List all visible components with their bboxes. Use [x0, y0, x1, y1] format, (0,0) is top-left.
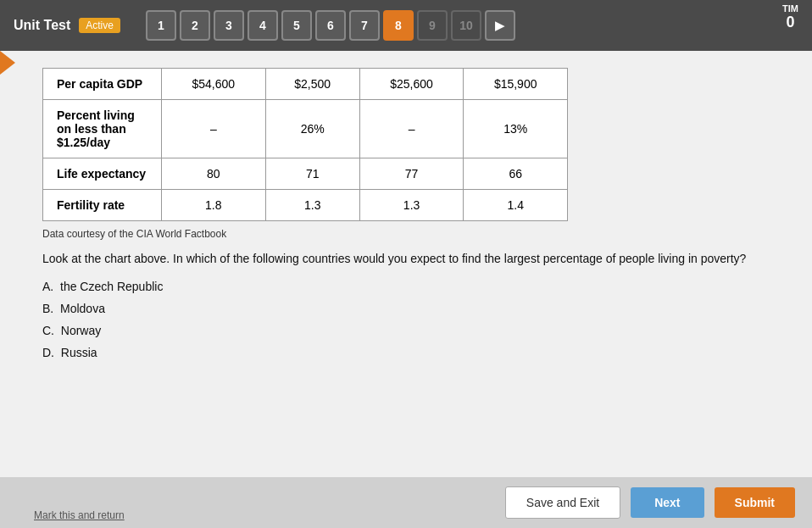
table-header-col1: $54,600	[162, 69, 266, 100]
nav-btn-3[interactable]: 3	[214, 10, 244, 41]
option-a-letter: A.	[42, 280, 60, 293]
table-header-col2: $2,500	[265, 69, 359, 100]
active-badge: Active	[79, 18, 120, 33]
table-cell-poverty-3: 13%	[464, 100, 568, 158]
table-header-row: Per capita GDP $54,600 $2,500 $25,600 $1…	[43, 69, 568, 100]
answer-option-a[interactable]: A. the Czech Republic	[42, 278, 778, 295]
timer-label: TIM	[782, 3, 798, 14]
nav-btn-2[interactable]: 2	[180, 10, 210, 41]
save-exit-button[interactable]: Save and Exit	[505, 486, 620, 519]
unit-test-label: Unit Test	[14, 18, 70, 33]
option-c-letter: C.	[42, 324, 61, 337]
top-bar: Unit Test Active 1 2 3 4 5 6 7 8 9 10 ▶ …	[0, 0, 812, 51]
answer-option-b[interactable]: B. Moldova	[42, 300, 778, 317]
table-cell-fertility-label: Fertility rate	[43, 190, 162, 221]
table-cell-fertility-2: 1.3	[359, 190, 464, 221]
data-table: Per capita GDP $54,600 $2,500 $25,600 $1…	[42, 68, 568, 221]
timer-value: 0	[787, 14, 795, 31]
table-cell-poverty-2: –	[359, 100, 464, 158]
nav-btn-5[interactable]: 5	[281, 10, 312, 41]
nav-btn-4[interactable]: 4	[247, 10, 278, 41]
source-note: Data courtesy of the CIA World Factbook	[42, 228, 778, 240]
table-header-col3: $25,600	[359, 69, 464, 100]
mark-return-link[interactable]: Mark this and return	[34, 509, 125, 521]
option-d-text: Russia	[61, 346, 97, 359]
timer-section: TIM 0	[782, 0, 798, 51]
option-b-letter: B.	[42, 302, 60, 315]
answer-option-c[interactable]: C. Norway	[42, 322, 778, 339]
table-cell-fertility-1: 1.3	[265, 190, 359, 221]
table-cell-fertility-3: 1.4	[464, 190, 568, 221]
table-header-col0: Per capita GDP	[43, 69, 162, 100]
nav-btn-7[interactable]: 7	[349, 10, 380, 41]
nav-btn-10: 10	[451, 10, 481, 41]
question-nav: 1 2 3 4 5 6 7 8 9 10 ▶	[146, 10, 515, 41]
main-content: Per capita GDP $54,600 $2,500 $25,600 $1…	[0, 51, 812, 477]
table-cell-life-3: 66	[464, 158, 568, 190]
nav-btn-1[interactable]: 1	[146, 10, 176, 41]
option-c-text: Norway	[61, 324, 101, 337]
arrow-indicator	[0, 51, 15, 75]
table-cell-poverty-0: –	[162, 100, 266, 158]
option-a-text: the Czech Republic	[60, 280, 163, 293]
question-text: Look at the chart above. In which of the…	[42, 250, 778, 268]
nav-btn-8[interactable]: 8	[383, 10, 414, 41]
nav-arrow-btn[interactable]: ▶	[485, 10, 515, 41]
bottom-bar: Mark this and return Save and Exit Next …	[0, 477, 812, 528]
top-bar-left: Unit Test Active 1 2 3 4 5 6 7 8 9 10 ▶	[14, 10, 515, 41]
option-b-text: Moldova	[60, 302, 105, 315]
option-d-letter: D.	[42, 346, 61, 359]
table-cell-life-1: 71	[265, 158, 359, 190]
nav-btn-6[interactable]: 6	[315, 10, 346, 41]
table-cell-fertility-0: 1.8	[162, 190, 266, 221]
table-row-life-expectancy: Life expectancy 80 71 77 66	[43, 158, 568, 190]
answer-option-d[interactable]: D. Russia	[42, 344, 778, 361]
table-row-fertility: Fertility rate 1.8 1.3 1.3 1.4	[43, 190, 568, 221]
table-header-col4: $15,900	[464, 69, 568, 100]
table-cell-life-0: 80	[162, 158, 266, 190]
submit-button[interactable]: Submit	[715, 487, 795, 518]
table-cell-poverty-label: Percent livingon less than$1.25/day	[43, 100, 162, 158]
table-cell-life-label: Life expectancy	[43, 158, 162, 190]
table-row-poverty: Percent livingon less than$1.25/day – 26…	[43, 100, 568, 158]
table-cell-poverty-1: 26%	[265, 100, 359, 158]
nav-btn-9: 9	[417, 10, 448, 41]
table-cell-life-2: 77	[359, 158, 464, 190]
next-button[interactable]: Next	[631, 487, 704, 518]
